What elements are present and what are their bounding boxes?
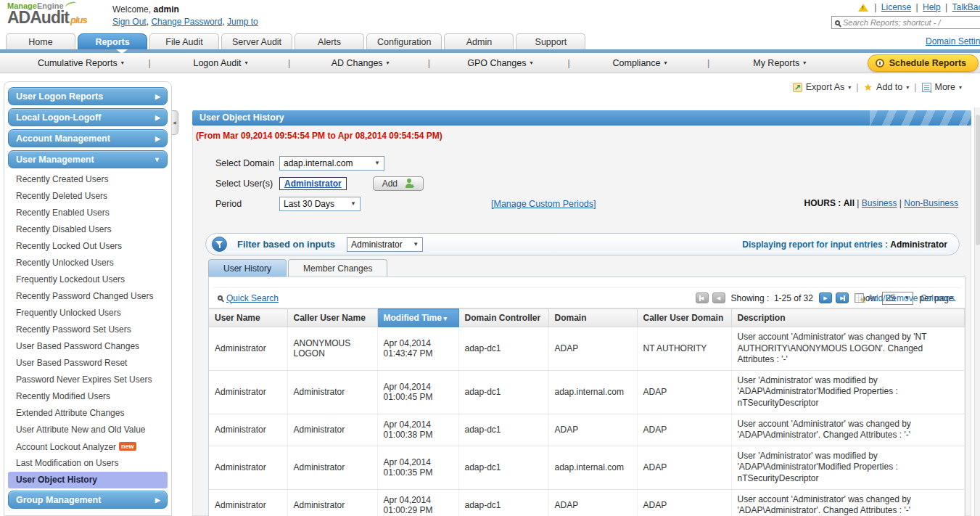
column-header-caller-user-domain[interactable]: Caller User Domain	[637, 309, 731, 327]
sidebar-report-item[interactable]: User Object History	[8, 472, 168, 488]
next-page-button[interactable]: ▶	[819, 292, 832, 303]
report-table: User Name Caller User Name Modified Time…	[209, 308, 965, 516]
cell-domain-controller: adap-dc1	[458, 414, 548, 446]
sidebar-report-item[interactable]: Recently Enabled Users	[7, 205, 169, 221]
hours-business-link[interactable]: Business	[862, 198, 897, 208]
last-page-button[interactable]: ▶	[836, 292, 849, 303]
schedule-reports-button[interactable]: Schedule Reports	[868, 54, 979, 72]
session-link[interactable]: Jump to	[227, 17, 258, 27]
column-header-domain[interactable]: Domain	[548, 309, 637, 327]
hours-nonbusiness-link[interactable]: Non-Business	[904, 198, 958, 208]
sidebar-report-item[interactable]: User Based Password Changes	[7, 338, 169, 355]
sidebar-report-item[interactable]: Recently Modified Users	[7, 388, 169, 405]
report-view-tab[interactable]: Member Changes	[288, 259, 387, 277]
subnav-menu[interactable]: Cumulative Reports▾	[11, 53, 151, 73]
username: admin	[153, 4, 178, 15]
cell-caller-user-domain: ADAP	[637, 446, 731, 489]
cell-domain-controller: adap-dc1	[458, 489, 548, 516]
sidebar-report-item[interactable]: Password Never Expires Set Users	[7, 372, 169, 388]
sidebar-section-header[interactable]: Group Management	[8, 491, 168, 509]
selected-user-value[interactable]: Administrator	[279, 177, 347, 190]
cell-modified-time: Apr 04,201401:00:45 PM	[377, 370, 458, 414]
chevron-down-icon: ▾	[848, 84, 851, 91]
column-header-user-name[interactable]: User Name	[209, 309, 287, 327]
sidebar-report-item[interactable]: Frequently Lockedout Users	[7, 271, 169, 288]
showing-range: 1-25 of 32	[774, 293, 813, 303]
utility-link[interactable]: Help	[911, 2, 940, 12]
subnav-menu[interactable]: Compliance▾	[570, 53, 710, 73]
domain-select[interactable]: adap.internal.com▼	[279, 156, 384, 171]
chevron-icon	[155, 130, 160, 147]
filter-input-select[interactable]: Administrator▼	[347, 237, 423, 252]
main-tab[interactable]: Admin	[444, 33, 514, 49]
column-header-modified-time[interactable]: Modified Time	[377, 309, 458, 327]
more-button[interactable]: More▾	[922, 82, 963, 92]
sidebar-section-header[interactable]: User Management	[8, 150, 168, 168]
table-row: Administrator Administrator Apr 04,20140…	[209, 414, 965, 446]
subnav-menu[interactable]: GPO Changes▾	[430, 53, 570, 73]
prev-page-button[interactable]: ◀	[712, 292, 725, 303]
select-users-label: Select User(s)	[215, 179, 279, 189]
cell-modified-time: Apr 04,201401:43:47 PM	[377, 327, 458, 371]
domain-settings-link[interactable]: Domain Settings	[926, 36, 980, 46]
subnav-menu[interactable]: AD Changes▾	[290, 53, 430, 73]
main-tab[interactable]: File Audit	[149, 33, 219, 49]
filter-title: Filter based on inputs	[237, 239, 335, 250]
cell-caller-user-name: Administrator	[287, 489, 377, 516]
subnav-menu[interactable]: Logon Audit▾	[151, 53, 291, 73]
warning-icon[interactable]	[858, 4, 868, 12]
quick-search[interactable]: Quick Search	[218, 293, 279, 303]
sidebar-report-item[interactable]: Recently Disabled Users	[7, 221, 169, 238]
main-tab[interactable]: Home	[6, 33, 75, 49]
sidebar-report-item[interactable]: User Attribute New and Old Value	[7, 422, 169, 438]
search-input[interactable]	[843, 18, 980, 27]
main-tab[interactable]: Support	[516, 33, 585, 49]
sidebar-section-header[interactable]: User Logon Reports	[8, 87, 168, 105]
main-tab[interactable]: Server Audit	[221, 33, 292, 49]
sidebar-report-item[interactable]: Last Modification on Users	[7, 455, 169, 472]
cell-caller-user-name: Administrator	[287, 446, 377, 489]
sidebar-report-item[interactable]: Extended Attribute Changes	[7, 405, 169, 422]
sidebar-report-item[interactable]: Frequently Unlocked Users	[7, 305, 169, 322]
chevron-down-icon: ▾	[387, 60, 390, 66]
sidebar-report-item[interactable]: Recently Created Users	[7, 171, 169, 188]
main-tab[interactable]: Reports	[78, 33, 147, 49]
sidebar-report-item[interactable]: Recently Password Changed Users	[7, 288, 169, 305]
sidebar-report-item[interactable]: Recently Password Set Users	[7, 322, 169, 338]
column-header-description[interactable]: Description	[731, 309, 965, 327]
session-link[interactable]: Sign Out	[112, 17, 151, 27]
report-view-tab[interactable]: User History	[208, 259, 287, 277]
manage-custom-periods-link[interactable]: [Manage Custom Periods]	[491, 199, 596, 209]
showing-label: Showing :	[731, 293, 770, 303]
sidebar-collapse-handle[interactable]	[172, 110, 178, 135]
period-select[interactable]: Last 30 Days▼	[279, 197, 361, 211]
utility-link[interactable]: License	[870, 2, 911, 12]
sidebar-section-header[interactable]: Local Logon-Logoff	[8, 108, 168, 126]
subnav-menu[interactable]: My Reports▾	[709, 53, 849, 73]
hours-all[interactable]: All	[844, 198, 855, 208]
sidebar-report-item[interactable]: Recently Locked Out Users	[7, 238, 169, 255]
main-tab[interactable]: Alerts	[295, 33, 364, 49]
main-tab[interactable]: Configuration	[366, 33, 442, 49]
column-header-domain-controller[interactable]: Domain Controller	[458, 309, 548, 327]
cell-description: User 'Administrator' was modified by 'AD…	[731, 370, 965, 414]
sidebar-report-item[interactable]: Account Lockout Analyzernew	[7, 438, 169, 455]
sidebar-section-header[interactable]: Account Management	[8, 129, 168, 147]
utility-link[interactable]: TalkBack	[941, 2, 980, 12]
add-to-button[interactable]: ★ Add to▾	[864, 82, 910, 92]
column-header-caller-user-name[interactable]: Caller User Name	[287, 309, 377, 327]
add-user-button[interactable]: Add +	[373, 176, 424, 191]
first-page-button[interactable]: ◀	[696, 292, 709, 303]
sidebar-report-item[interactable]: Recently Unlocked Users	[7, 255, 169, 271]
cell-caller-user-name: Administrator	[287, 414, 377, 446]
cell-domain: ADAP	[548, 489, 637, 516]
cell-domain: adap.internal.com	[548, 446, 637, 489]
page-scrollbar[interactable]	[974, 107, 980, 516]
sidebar-report-item[interactable]: User Based Password Reset	[7, 355, 169, 372]
scrollbar-thumb[interactable]	[976, 115, 980, 245]
export-as-button[interactable]: Export As▾	[793, 82, 852, 92]
session-link[interactable]: Change Password	[151, 17, 227, 27]
add-remove-columns-button[interactable]: Add/Remove Columns	[855, 293, 955, 303]
search-box[interactable]	[831, 16, 980, 29]
sidebar-report-item[interactable]: Recently Deleted Users	[7, 188, 169, 205]
